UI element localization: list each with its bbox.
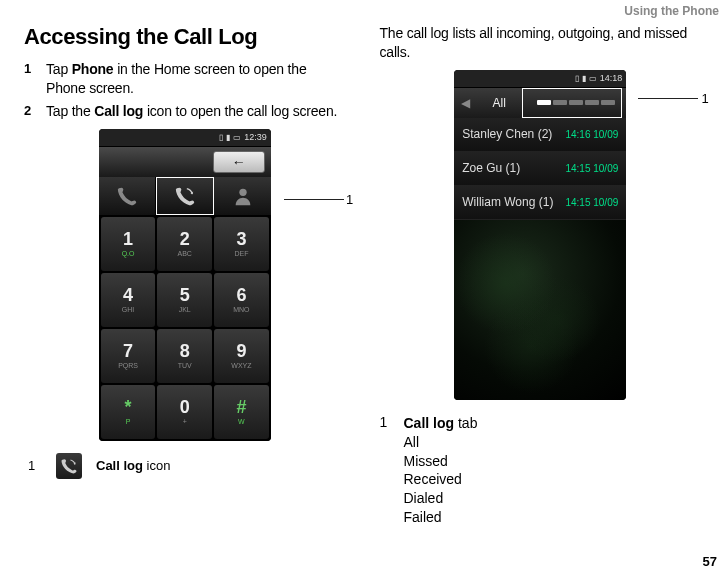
section-header: Using the Phone: [624, 4, 719, 18]
log-name: Stanley Chen (2): [462, 127, 552, 141]
legend-item: Failed: [404, 508, 478, 527]
seg-4: [585, 100, 599, 105]
log-entry[interactable]: William Wong (1) 14:15 10/09: [454, 186, 626, 220]
page-number: 57: [703, 554, 717, 569]
key-0[interactable]: 0+: [157, 385, 212, 439]
callout-line: [284, 199, 344, 200]
nav-bar: ←: [99, 147, 271, 177]
seg-3: [569, 100, 583, 105]
key-star[interactable]: *P: [101, 385, 156, 439]
legend-label: Call log icon: [96, 458, 170, 473]
key-6[interactable]: 6MNO: [214, 273, 269, 327]
log-name: William Wong (1): [462, 195, 553, 209]
legend-item: All: [404, 433, 478, 452]
phone-screenshot-call-log: ▯ ▮ ▭ 14:18 ◀ All: [454, 70, 626, 400]
handset-icon: [116, 185, 138, 207]
log-entry[interactable]: Stanley Chen (2) 14:16 10/09: [454, 118, 626, 152]
step-number: 1: [24, 60, 46, 98]
log-name: Zoe Gu (1): [462, 161, 520, 175]
key-8[interactable]: 8TUV: [157, 329, 212, 383]
seg-5: [601, 100, 615, 105]
signal-icon: ▯: [575, 74, 579, 83]
key-hash[interactable]: #W: [214, 385, 269, 439]
dialer-tabs: [99, 177, 271, 215]
back-icon: ←: [232, 154, 246, 170]
step-number: 2: [24, 102, 46, 121]
log-time: 14:16 10/09: [565, 129, 618, 140]
log-time: 14:15 10/09: [565, 197, 618, 208]
figure-legend-2: 1 Call log tab All Missed Received Diale…: [380, 414, 702, 527]
tab-dialpad[interactable]: [99, 177, 156, 215]
callout-line: [638, 98, 698, 99]
callout-number: 1: [346, 192, 353, 207]
key-1[interactable]: 1Q.O: [101, 217, 156, 271]
tab-label-all[interactable]: All: [476, 96, 522, 110]
status-clock: 14:18: [600, 73, 623, 83]
key-7[interactable]: 7PQRS: [101, 329, 156, 383]
status-clock: 12:39: [244, 132, 267, 142]
legend-title: Call log tab: [404, 414, 478, 433]
back-button[interactable]: ←: [213, 151, 265, 173]
key-3[interactable]: 3DEF: [214, 217, 269, 271]
keypad: 1Q.O 2ABC 3DEF 4GHI 5JKL 6MNO 7PQRS 8TUV…: [99, 215, 271, 441]
call-log-icon: [174, 185, 196, 207]
log-entry[interactable]: Zoe Gu (1) 14:15 10/09: [454, 152, 626, 186]
figure-legend: 1 Call log icon: [28, 453, 346, 479]
call-log-icon: [60, 457, 78, 475]
right-column: The call log lists all incoming, outgoin…: [380, 24, 702, 527]
legend-icon-box: [56, 453, 82, 479]
battery-icon: ▭: [589, 74, 597, 83]
legend-list: Call log tab All Missed Received Dialed …: [404, 414, 478, 527]
log-time: 14:15 10/09: [565, 163, 618, 174]
left-column: Accessing the Call Log 1 Tap Phone in th…: [24, 24, 346, 527]
steps-list: 1 Tap Phone in the Home screen to open t…: [24, 60, 346, 121]
svg-point-0: [239, 188, 246, 195]
contact-icon: [232, 185, 254, 207]
heading-accessing-call-log: Accessing the Call Log: [24, 24, 346, 50]
tab-call-log[interactable]: [156, 177, 214, 215]
wifi-icon: ▮: [582, 74, 586, 83]
legend-number: 1: [28, 458, 42, 473]
legend-item: Received: [404, 470, 478, 489]
step-2: 2 Tap the Call log icon to open the call…: [24, 102, 346, 121]
tab-indicator[interactable]: [522, 88, 622, 118]
seg-2: [553, 100, 567, 105]
seg-1: [537, 100, 551, 105]
key-5[interactable]: 5JKL: [157, 273, 212, 327]
step-text: Tap the Call log icon to open the call l…: [46, 102, 346, 121]
status-bar: ▯ ▮ ▭ 14:18: [454, 70, 626, 88]
key-4[interactable]: 4GHI: [101, 273, 156, 327]
wallpaper-area: [454, 220, 626, 400]
legend-number: 1: [380, 414, 404, 527]
key-9[interactable]: 9WXYZ: [214, 329, 269, 383]
call-log-tabbar: ◀ All: [454, 88, 626, 118]
figure-call-log: ▯ ▮ ▭ 14:18 ◀ All: [380, 70, 702, 400]
intro-text: The call log lists all incoming, outgoin…: [380, 24, 702, 62]
callout-number: 1: [702, 91, 709, 106]
legend-item: Dialed: [404, 489, 478, 508]
battery-icon: ▭: [233, 133, 241, 142]
step-text: Tap Phone in the Home screen to open the…: [46, 60, 346, 98]
tab-contacts[interactable]: [214, 177, 270, 215]
tab-prev-arrow[interactable]: ◀: [454, 96, 476, 110]
key-2[interactable]: 2ABC: [157, 217, 212, 271]
wifi-icon: ▮: [226, 133, 230, 142]
legend-item: Missed: [404, 452, 478, 471]
signal-icon: ▯: [219, 133, 223, 142]
figure-dialer: ▯ ▮ ▭ 12:39 ←: [24, 129, 346, 441]
phone-screenshot-dialer: ▯ ▮ ▭ 12:39 ←: [99, 129, 271, 441]
status-bar: ▯ ▮ ▭ 12:39: [99, 129, 271, 147]
step-1: 1 Tap Phone in the Home screen to open t…: [24, 60, 346, 98]
